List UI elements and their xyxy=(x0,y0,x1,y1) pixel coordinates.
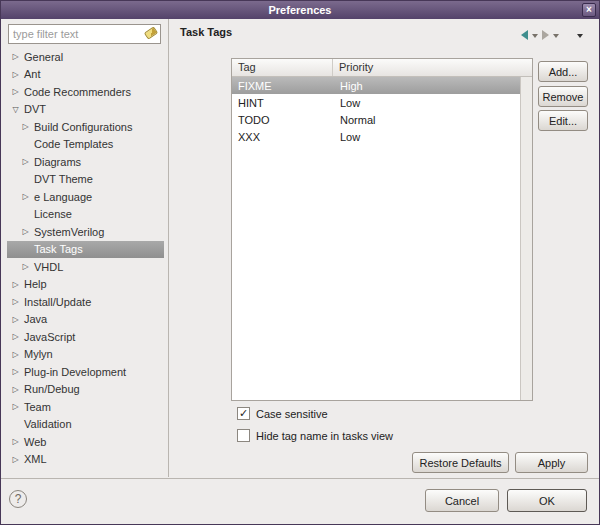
sidebar-item-install-update[interactable]: Install/Update xyxy=(7,293,164,311)
table-header: Tag Priority xyxy=(232,59,532,77)
task-tags-table: Tag Priority FIXME High HINT Low TODO No… xyxy=(231,58,533,401)
restore-defaults-button[interactable]: Restore Defaults xyxy=(412,452,509,473)
sidebar-item-xml[interactable]: XML xyxy=(7,451,164,469)
preferences-dialog: Preferences × General Ant Code Recommend… xyxy=(0,0,600,525)
view-menu-icon[interactable] xyxy=(577,34,583,38)
sidebar-item-validation[interactable]: Validation xyxy=(7,416,164,434)
case-sensitive-row: ✓ Case sensitive xyxy=(237,407,328,420)
twistie-collapsed-icon[interactable] xyxy=(9,297,22,306)
sidebar-item-team[interactable]: Team xyxy=(7,398,164,416)
sidebar-item-plugin-development[interactable]: Plug-in Development xyxy=(7,363,164,381)
table-row[interactable]: TODO Normal xyxy=(232,111,532,128)
twistie-collapsed-icon[interactable] xyxy=(9,315,22,324)
back-icon[interactable] xyxy=(521,30,528,40)
hide-tag-name-checkbox[interactable] xyxy=(237,429,250,442)
title-bar[interactable]: Preferences × xyxy=(1,1,599,19)
forward-menu-icon[interactable] xyxy=(553,34,559,38)
twistie-collapsed-icon[interactable] xyxy=(19,157,32,166)
twistie-collapsed-icon[interactable] xyxy=(9,385,22,394)
window-title: Preferences xyxy=(269,4,332,16)
help-icon: ? xyxy=(15,492,22,506)
cell-priority: Low xyxy=(333,131,360,143)
sidebar-item-mylyn[interactable]: Mylyn xyxy=(7,346,164,364)
sidebar-item-diagrams[interactable]: Diagrams xyxy=(7,153,164,171)
twistie-collapsed-icon[interactable] xyxy=(9,350,22,359)
cell-tag: HINT xyxy=(232,97,333,109)
twistie-collapsed-icon[interactable] xyxy=(19,192,32,201)
close-icon[interactable]: × xyxy=(582,3,596,17)
footer-divider xyxy=(1,478,599,479)
cell-tag: FIXME xyxy=(232,80,333,92)
sidebar-item-e-language[interactable]: e Language xyxy=(7,188,164,206)
table-row[interactable]: XXX Low xyxy=(232,128,532,145)
forward-icon[interactable] xyxy=(542,30,549,40)
apply-button[interactable]: Apply xyxy=(515,452,588,473)
twistie-collapsed-icon[interactable] xyxy=(9,367,22,376)
history-nav xyxy=(521,30,583,40)
add-button[interactable]: Add... xyxy=(538,61,588,82)
sidebar-item-run-debug[interactable]: Run/Debug xyxy=(7,381,164,399)
twistie-collapsed-icon[interactable] xyxy=(19,262,32,271)
check-icon: ✓ xyxy=(239,408,248,419)
twistie-collapsed-icon[interactable] xyxy=(9,402,22,411)
twistie-collapsed-icon[interactable] xyxy=(9,70,22,79)
sidebar-item-javascript[interactable]: JavaScript xyxy=(7,328,164,346)
cell-priority: Normal xyxy=(333,114,375,126)
twistie-collapsed-icon[interactable] xyxy=(9,437,22,446)
remove-button[interactable]: Remove xyxy=(538,86,588,107)
table-scrollbar[interactable] xyxy=(520,77,532,400)
sidebar-item-general[interactable]: General xyxy=(7,48,164,66)
sidebar-item-web[interactable]: Web xyxy=(7,433,164,451)
sidebar-item-build-configurations[interactable]: Build Configurations xyxy=(7,118,164,136)
sidebar-item-help[interactable]: Help xyxy=(7,276,164,294)
twistie-collapsed-icon[interactable] xyxy=(9,332,22,341)
sidebar-item-code-templates[interactable]: Code Templates xyxy=(7,136,164,154)
cancel-button[interactable]: Cancel xyxy=(425,489,499,512)
cell-priority: High xyxy=(333,80,363,92)
case-sensitive-label: Case sensitive xyxy=(256,408,328,420)
sidebar-divider xyxy=(168,19,169,477)
ok-button[interactable]: OK xyxy=(507,489,587,512)
case-sensitive-checkbox[interactable]: ✓ xyxy=(237,407,250,420)
hide-tag-name-row: Hide tag name in tasks view xyxy=(237,429,393,442)
edit-button[interactable]: Edit... xyxy=(538,110,588,131)
sidebar-item-ant[interactable]: Ant xyxy=(7,66,164,84)
cell-tag: TODO xyxy=(232,114,333,126)
table-row[interactable]: FIXME High xyxy=(232,77,532,94)
twistie-collapsed-icon[interactable] xyxy=(19,122,32,131)
column-header-tag[interactable]: Tag xyxy=(232,59,333,76)
cell-priority: Low xyxy=(333,97,360,109)
sidebar-item-task-tags[interactable]: Task Tags xyxy=(7,241,164,259)
sidebar-item-license[interactable]: License xyxy=(7,206,164,224)
sidebar-item-systemverilog[interactable]: SystemVerilog xyxy=(7,223,164,241)
sidebar-item-java[interactable]: Java xyxy=(7,311,164,329)
sidebar-item-dvt[interactable]: DVT xyxy=(7,101,164,119)
twistie-collapsed-icon[interactable] xyxy=(19,227,32,236)
sidebar-item-vhdl[interactable]: VHDL xyxy=(7,258,164,276)
cell-tag: XXX xyxy=(232,131,333,143)
preferences-tree: General Ant Code Recommenders DVT Build … xyxy=(7,48,164,476)
filter-box xyxy=(8,24,161,44)
twistie-collapsed-icon[interactable] xyxy=(9,87,22,96)
hide-tag-name-label: Hide tag name in tasks view xyxy=(256,430,393,442)
filter-input[interactable] xyxy=(8,24,161,44)
twistie-expanded-icon[interactable] xyxy=(9,105,22,114)
help-button[interactable]: ? xyxy=(9,490,27,508)
twistie-collapsed-icon[interactable] xyxy=(9,455,22,464)
table-row[interactable]: HINT Low xyxy=(232,94,532,111)
twistie-collapsed-icon[interactable] xyxy=(9,52,22,61)
twistie-collapsed-icon[interactable] xyxy=(9,280,22,289)
back-menu-icon[interactable] xyxy=(532,34,538,38)
sidebar-item-dvt-theme[interactable]: DVT Theme xyxy=(7,171,164,189)
sidebar-item-code-recommenders[interactable]: Code Recommenders xyxy=(7,83,164,101)
column-header-priority[interactable]: Priority xyxy=(333,59,532,76)
page-title: Task Tags xyxy=(180,26,232,38)
